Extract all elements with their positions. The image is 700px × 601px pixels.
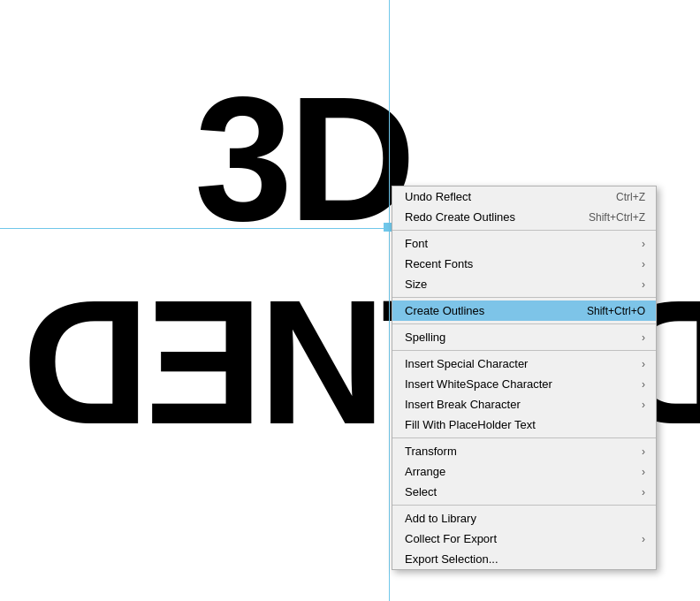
menu-item-arrow-size: › [642, 278, 645, 291]
menu-item-arrow-spelling: › [642, 331, 645, 344]
text-top: 3D [194, 71, 412, 247]
selection-line-vertical [389, 0, 390, 601]
menu-item-label-add-to-library: Add to Library [405, 512, 645, 525]
menu-item-spelling[interactable]: Spelling› [392, 327, 656, 347]
menu-item-label-insert-special-character: Insert Special Character [405, 357, 636, 370]
menu-separator [392, 505, 656, 506]
menu-item-arrow-select: › [642, 486, 645, 498]
menu-item-shortcut-create-outlines: Shift+Ctrl+O [587, 305, 645, 317]
menu-item-fill-with-placeholder[interactable]: Fill With PlaceHolder Text [392, 415, 656, 435]
context-menu: Undo ReflectCtrl+ZRedo Create OutlinesSh… [392, 186, 657, 570]
menu-item-font[interactable]: Font› [392, 233, 656, 254]
menu-item-export-selection[interactable]: Export Selection... [392, 549, 656, 569]
menu-item-label-size: Size [405, 278, 636, 291]
menu-item-shortcut-redo-create-outlines: Shift+Ctrl+Z [589, 211, 645, 224]
menu-item-arrow-arrange: › [642, 466, 645, 478]
menu-item-arrow-transform: › [642, 445, 645, 458]
menu-separator [392, 437, 656, 438]
menu-separator [392, 230, 656, 231]
menu-item-label-arrange: Arrange [405, 465, 636, 478]
menu-item-label-undo-reflect: Undo Reflect [405, 190, 598, 203]
menu-separator [392, 323, 656, 324]
menu-item-label-spelling: Spelling [405, 331, 636, 344]
menu-item-add-to-library[interactable]: Add to Library [392, 508, 656, 529]
menu-item-shortcut-undo-reflect: Ctrl+Z [616, 191, 645, 203]
menu-item-select[interactable]: Select› [392, 482, 656, 502]
menu-item-label-fill-with-placeholder: Fill With PlaceHolder Text [405, 418, 645, 431]
menu-item-label-recent-fonts: Recent Fonts [405, 257, 636, 270]
menu-item-label-insert-whitespace-character: Insert WhiteSpace Character [405, 377, 636, 391]
menu-item-transform[interactable]: Transform› [392, 441, 656, 461]
menu-item-label-redo-create-outlines: Redo Create Outlines [405, 210, 571, 224]
menu-separator [392, 350, 656, 351]
menu-item-arrow-collect-for-export: › [642, 533, 645, 545]
menu-item-arrow-insert-break-character: › [642, 399, 645, 411]
menu-item-arrow-recent-fonts: › [642, 258, 645, 270]
menu-item-label-create-outlines: Create Outlines [405, 304, 569, 317]
menu-item-recent-fonts[interactable]: Recent Fonts› [392, 254, 656, 274]
menu-item-label-select: Select [405, 485, 636, 498]
menu-item-label-font: Font [405, 237, 636, 250]
menu-item-arrow-font: › [642, 238, 645, 250]
menu-item-create-outlines[interactable]: Create OutlinesShift+Ctrl+O [392, 300, 656, 321]
menu-item-redo-create-outlines[interactable]: Redo Create OutlinesShift+Ctrl+Z [392, 207, 656, 227]
menu-separator [392, 297, 656, 298]
menu-item-arrow-insert-special-character: › [642, 358, 645, 370]
menu-item-label-transform: Transform [405, 445, 636, 458]
menu-item-size[interactable]: Size› [392, 274, 656, 294]
menu-item-label-insert-break-character: Insert Break Character [405, 398, 636, 411]
menu-item-insert-break-character[interactable]: Insert Break Character› [392, 394, 656, 415]
menu-item-undo-reflect[interactable]: Undo ReflectCtrl+Z [392, 186, 656, 207]
menu-item-arrange[interactable]: Arrange› [392, 461, 656, 482]
menu-item-label-collect-for-export: Collect For Export [405, 532, 636, 545]
menu-item-arrow-insert-whitespace-character: › [642, 378, 645, 391]
menu-item-insert-special-character[interactable]: Insert Special Character› [392, 354, 656, 374]
menu-item-label-export-selection: Export Selection... [405, 552, 645, 566]
menu-item-collect-for-export[interactable]: Collect For Export› [392, 529, 656, 549]
menu-item-insert-whitespace-character[interactable]: Insert WhiteSpace Character› [392, 374, 656, 394]
selection-line-horizontal [0, 228, 389, 229]
